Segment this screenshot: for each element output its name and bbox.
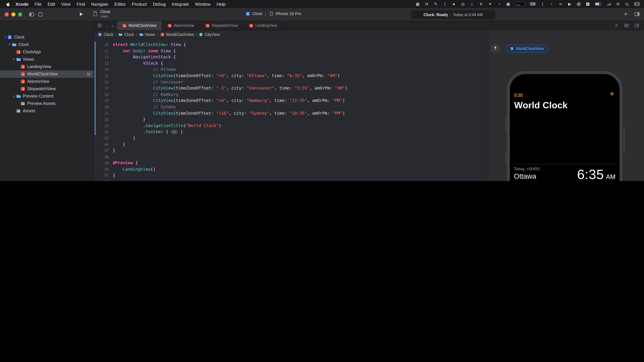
breadcrumb-item-clock[interactable]: Clock xyxy=(98,32,113,36)
scheme-doc-icon xyxy=(92,11,98,16)
scheme-name[interactable]: Clock xyxy=(252,11,262,16)
code-line-15: 15 CityView(timeZoneOffset: "+0", city: … xyxy=(94,73,488,79)
record-icon[interactable]: ◎ xyxy=(461,1,465,7)
disclosure-chevron-icon[interactable]: ▾ xyxy=(7,43,12,46)
input-source-icon[interactable]: A xyxy=(586,1,590,7)
weather-icon[interactable]: ☼ xyxy=(470,1,474,7)
menubar-item-edit[interactable]: Edit xyxy=(48,1,55,6)
tab-landingview[interactable]: LandingView xyxy=(243,21,283,30)
launcher-icon[interactable]: ▶ xyxy=(568,1,572,7)
toggle-navigator-icon[interactable] xyxy=(29,12,34,17)
run-destination[interactable]: iPhone 16 Pro xyxy=(276,11,301,16)
jump-bar: Clock⟩Clock⟩Views⟩WorldClockView⟩SCityVi… xyxy=(94,30,488,39)
screen-capture-icon[interactable] xyxy=(515,1,525,7)
divider-icon[interactable]: | xyxy=(442,1,447,7)
battery-icon[interactable] xyxy=(595,1,602,7)
menubar-item-navigate[interactable]: Navigate xyxy=(91,1,108,6)
apple-menu-icon[interactable] xyxy=(6,1,10,6)
clock-menu-icon[interactable]: ◔ xyxy=(497,1,501,7)
breadcrumb-item-cityview[interactable]: SCityView xyxy=(199,32,220,36)
pin-preview-button[interactable] xyxy=(491,44,500,52)
tab-stopwatchview[interactable]: StopwatchView xyxy=(200,21,244,30)
sidebar-item-label: Assets xyxy=(23,109,36,113)
sidebar-item-landingview[interactable]: LandingView xyxy=(0,63,94,70)
calendar-icon[interactable]: ▣ xyxy=(506,1,510,7)
sidebar-item-alarmsview[interactable]: AlarmsView xyxy=(0,78,94,85)
source-editor[interactable]: 10struct WorldClockView: View {11 var bo… xyxy=(94,39,488,181)
sidebar-item-label: AlarmsView xyxy=(27,79,49,84)
menubar-item-view[interactable]: View xyxy=(61,1,70,6)
menubar-item-integrate[interactable]: Integrate xyxy=(172,1,189,6)
sidebar-item-assets[interactable]: Assets xyxy=(0,107,94,115)
infinity-icon[interactable]: ∞ xyxy=(558,1,563,7)
sidebar-item-label: Views xyxy=(23,57,34,62)
sidebar-item-stopwatchview[interactable]: StopwatchView xyxy=(0,85,94,92)
pen-icon[interactable]: ✎ xyxy=(434,1,438,7)
sidebar-item-preview-assets[interactable]: Preview Assets xyxy=(0,100,94,107)
run-button[interactable] xyxy=(78,11,84,17)
add-tab-button[interactable]: + xyxy=(624,11,628,17)
menubar-item-product[interactable]: Product xyxy=(132,1,147,6)
menubar-item-xcode[interactable]: Xcode xyxy=(16,1,28,6)
breadcrumb-item-clock[interactable]: Clock xyxy=(118,32,134,36)
code-line-51: 51} xyxy=(94,172,488,179)
scheme-selector[interactable]: Clock ⟩ iPhone 16 Pro xyxy=(246,11,301,16)
sidebar-item-clockapp[interactable]: ClockApp xyxy=(0,48,94,56)
line-number: 45 xyxy=(94,135,113,141)
preview-file-pill[interactable]: WorldClockView xyxy=(506,44,548,53)
b-app-icon[interactable]: b xyxy=(479,1,483,7)
menubar-item-window[interactable]: Window xyxy=(195,1,211,6)
preview-add-button[interactable]: + xyxy=(610,89,614,98)
control-center-icon[interactable] xyxy=(634,1,640,7)
sidebar-item-clock[interactable]: ▾Clock xyxy=(0,33,94,41)
adjust-editor-options-icon[interactable] xyxy=(624,23,629,28)
activity-project[interactable]: Clock main xyxy=(92,9,110,18)
sidebar-item-worldclockview[interactable]: WorldClockViewM xyxy=(0,70,94,78)
minimize-window-button[interactable] xyxy=(12,12,16,16)
code-line-14: 14 // Ottawa xyxy=(94,66,488,73)
zoom-window-button[interactable] xyxy=(18,12,22,16)
globe-menu-icon[interactable] xyxy=(576,1,581,7)
disclosure-chevron-icon[interactable]: ▾ xyxy=(12,58,16,61)
breadcrumb-item-views[interactable]: Views xyxy=(139,32,155,36)
sidebar-item-preview-content[interactable]: ▾Preview Content xyxy=(0,92,94,100)
keyboard-icon[interactable]: ⌨ xyxy=(530,1,536,7)
line-number: 16 xyxy=(94,79,113,85)
close-window-button[interactable] xyxy=(5,12,9,16)
menubar-item-help[interactable]: Help xyxy=(216,1,226,6)
menubar-item-find[interactable]: Find xyxy=(77,1,85,6)
add-editor-icon[interactable] xyxy=(634,23,639,28)
menubar-item-editor[interactable]: Editor xyxy=(114,1,126,6)
drop-icon[interactable]: ● xyxy=(452,1,456,7)
tab-worldclockview[interactable]: WorldClockView xyxy=(116,21,162,30)
editor-layout-icon[interactable] xyxy=(614,23,619,28)
sidebar-item-clock[interactable]: ▾Clock xyxy=(0,41,94,48)
code-line-13: 13 VStack { xyxy=(94,60,488,66)
toggle-inspector-icon[interactable] xyxy=(634,11,640,17)
code-text xyxy=(113,179,488,181)
city-row-ottawa[interactable]: Today, +0HRSOttawa6:35AM xyxy=(514,164,616,181)
tab-alarmsview[interactable]: AlarmsView xyxy=(162,21,200,30)
disclosure-chevron-icon[interactable]: ▾ xyxy=(12,94,16,98)
sparkle-icon[interactable]: ✦ xyxy=(488,1,492,7)
spotlight-icon[interactable] xyxy=(625,1,629,7)
disclosure-chevron-icon[interactable]: ▾ xyxy=(3,35,8,39)
breadcrumb-item-worldclockview[interactable]: WorldClockView xyxy=(160,32,194,36)
preview-edit-button[interactable]: Edit xyxy=(514,92,523,98)
line-number: 48 xyxy=(94,154,113,160)
chevron-extra-icon[interactable]: › xyxy=(550,1,554,7)
menubar-item-file[interactable]: File xyxy=(34,1,42,6)
wifi-icon[interactable] xyxy=(616,1,620,7)
window-manager-icon[interactable]: ▦ xyxy=(416,1,420,7)
editor-mode-icon[interactable] xyxy=(38,12,43,17)
menubar-item-debug[interactable]: Debug xyxy=(153,1,166,6)
sidebar-item-views[interactable]: ▾Views xyxy=(0,56,94,63)
notion-icon[interactable]: N xyxy=(424,1,429,7)
related-items-grid-icon[interactable] xyxy=(97,23,102,28)
forward-icon[interactable]: › xyxy=(112,23,113,28)
swift-icon xyxy=(16,50,21,54)
stats-icon[interactable] xyxy=(607,1,611,7)
divider2-icon[interactable]: | xyxy=(540,1,545,7)
code-fold-chip[interactable]: ⋯ xyxy=(171,130,178,134)
back-icon[interactable]: ‹ xyxy=(106,23,108,28)
